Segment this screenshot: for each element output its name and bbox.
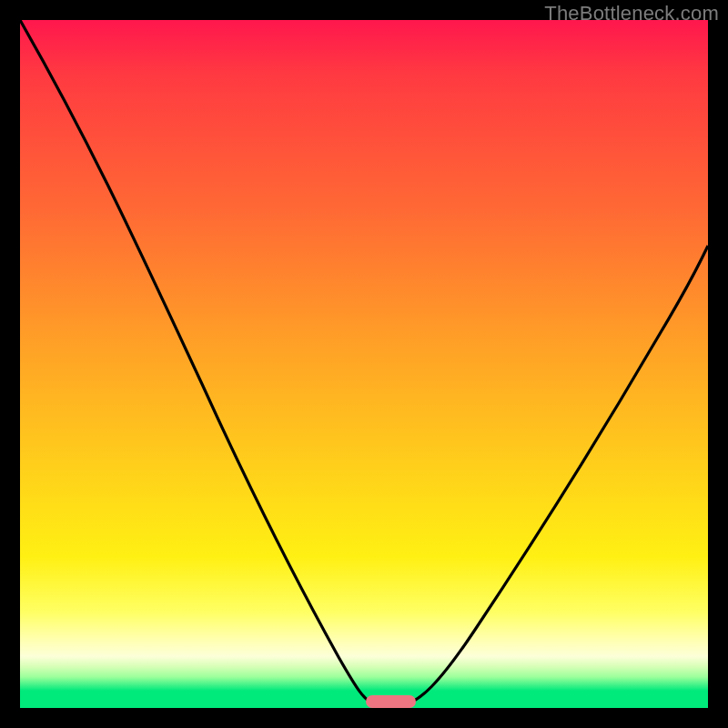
plot-area: [20, 20, 708, 708]
attribution-label: TheBottleneck.com: [544, 2, 719, 25]
bottleneck-curve: [20, 20, 708, 708]
chart-frame: TheBottleneck.com: [0, 0, 728, 728]
bottleneck-marker: [366, 695, 416, 708]
